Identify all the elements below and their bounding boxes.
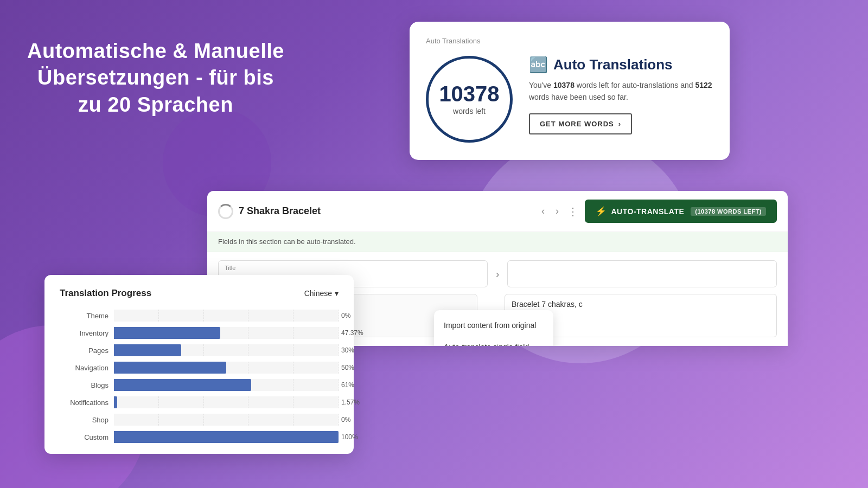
spinner-icon xyxy=(218,204,233,219)
editor-title: 7 Shakra Bracelet xyxy=(239,206,321,217)
chart-bar-label: 1.57% xyxy=(341,399,363,406)
chart-label: Inventory xyxy=(60,329,108,337)
auto-translations-card: Auto Translations 10378 words left 🔤 Aut… xyxy=(410,22,730,160)
chart-area: Theme0%Inventory47.37%Pages30%Navigation… xyxy=(60,310,339,443)
chart-bar-label: 100% xyxy=(341,433,363,441)
translation-progress-card: Translation Progress Chinese ▾ Theme0%In… xyxy=(44,275,354,454)
nav-forward-button[interactable]: › xyxy=(553,203,561,219)
card-description: You've 10378 words left for auto-transla… xyxy=(529,79,713,104)
chart-label: Custom xyxy=(60,433,108,441)
chart-bar-label: 47.37% xyxy=(341,329,363,337)
chart-bar-label: 0% xyxy=(341,312,363,319)
field-arrow-icon: › xyxy=(493,260,502,287)
chart-row: Notifications1.57% xyxy=(60,396,339,408)
chart-label: Theme xyxy=(60,312,108,320)
words-number: 10378 xyxy=(439,83,499,105)
desc-arrow-area[interactable]: › Import content from original Auto-tran… xyxy=(483,294,499,337)
chart-bar-container: 47.37% xyxy=(114,327,339,339)
editor-title-area: 7 Shakra Bracelet xyxy=(218,204,321,219)
words-circle: 10378 words left xyxy=(426,56,513,143)
get-more-words-button[interactable]: GET MORE WORDS › xyxy=(529,113,632,134)
chart-bar-container: 0% xyxy=(114,310,339,322)
card-label: Auto Translations xyxy=(426,37,713,45)
hero-line3: zu 20 Sprachen xyxy=(27,92,284,118)
chart-row: Pages30% xyxy=(60,344,339,356)
notice-text: Fields in this section can be auto-trans… xyxy=(218,237,356,246)
title-field-right xyxy=(507,260,777,287)
chart-bar-label: 30% xyxy=(341,346,363,354)
more-options-button[interactable]: ⋮ xyxy=(567,205,578,218)
chart-bar-container: 100% xyxy=(114,431,339,443)
title-label: Title xyxy=(225,265,235,271)
chart-row: Shop0% xyxy=(60,414,339,426)
desc-translated-text: Bracelet 7 chakras, c xyxy=(512,300,583,309)
chart-row: Custom100% xyxy=(60,431,339,443)
translate-icon-large: 🔤 xyxy=(529,56,548,74)
chevron-right-icon: › xyxy=(618,120,621,128)
auto-translate-button[interactable]: ⚡AUTO-TRANSLATE(10378 WORDS LEFT) xyxy=(585,200,777,223)
auto-translate-notice: Fields in this section can be auto-trans… xyxy=(207,232,788,252)
words-left-label: words left xyxy=(453,107,486,115)
chart-label: Shop xyxy=(60,416,108,424)
card-right-title: 🔤 Auto Translations xyxy=(529,56,713,74)
auto-translate-label: AUTO-TRANSLATE xyxy=(611,207,685,216)
words-left-badge: (10378 WORDS LEFT) xyxy=(691,207,766,216)
chart-label: Navigation xyxy=(60,364,108,372)
chart-label: Blogs xyxy=(60,381,108,389)
chart-bar-container: 1.57% xyxy=(114,396,339,408)
chart-bar-label: 61% xyxy=(341,381,363,389)
auto-translate-single-menu-item[interactable]: Auto-translate single field xyxy=(434,336,553,346)
editor-header: 7 Shakra Bracelet ‹ › ⋮ ⚡AUTO-TRANSLATE(… xyxy=(207,191,788,232)
words-count-2: 5122 xyxy=(695,81,712,89)
title-input-translated[interactable] xyxy=(507,260,777,287)
chart-bar-container: 61% xyxy=(114,379,339,391)
chart-label: Pages xyxy=(60,346,108,355)
progress-title: Translation Progress xyxy=(60,288,151,299)
editor-controls: ‹ › ⋮ ⚡AUTO-TRANSLATE(10378 WORDS LEFT) xyxy=(539,200,777,223)
nav-back-button[interactable]: ‹ xyxy=(539,203,547,219)
chart-row: Theme0% xyxy=(60,310,339,322)
hero-line1: Automatische & Manuelle xyxy=(27,38,284,65)
get-more-words-label: GET MORE WORDS xyxy=(540,120,614,128)
hero-line2: Übersetzungen - für bis xyxy=(27,65,284,91)
chart-row: Blogs61% xyxy=(60,379,339,391)
language-selector[interactable]: Chinese ▾ xyxy=(304,289,339,298)
chart-bar-label: 0% xyxy=(341,416,363,423)
chart-bar-label: 50% xyxy=(341,364,363,371)
card-right: 🔤 Auto Translations You've 10378 words l… xyxy=(529,56,713,134)
chart-label: Notifications xyxy=(60,399,108,407)
words-count-1: 10378 xyxy=(553,81,575,89)
chart-bar-container: 50% xyxy=(114,362,339,374)
translate-icon: ⚡ xyxy=(596,206,607,216)
hero-text: Automatische & Manuelle Übersetzungen - … xyxy=(27,38,284,118)
context-menu: Import content from original Auto-transl… xyxy=(434,310,553,346)
language-label: Chinese xyxy=(304,289,332,298)
chart-bar-container: 0% xyxy=(114,414,339,426)
import-content-menu-item[interactable]: Import content from original xyxy=(434,314,553,336)
card-title-text: Auto Translations xyxy=(553,56,673,73)
chart-row: Navigation50% xyxy=(60,362,339,374)
chart-row: Inventory47.37% xyxy=(60,327,339,339)
chart-bar-container: 30% xyxy=(114,344,339,356)
chevron-down-icon: ▾ xyxy=(335,289,339,298)
progress-header: Translation Progress Chinese ▾ xyxy=(60,288,339,299)
